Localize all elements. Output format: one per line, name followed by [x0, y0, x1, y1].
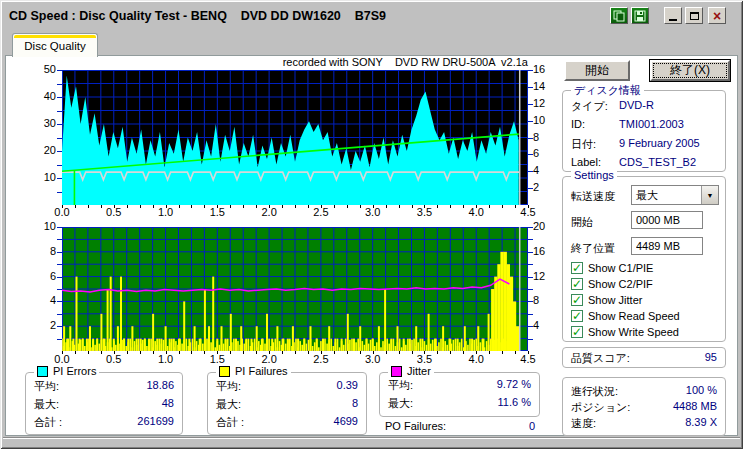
- axis-tick-mark: [57, 239, 62, 240]
- axis-tick-label: 2: [30, 319, 56, 331]
- stat-value: 11.6 %: [498, 396, 531, 412]
- axis-tick-label: 8: [30, 245, 56, 257]
- stat-value: 18.86: [146, 379, 174, 395]
- axis-tick-mark: [489, 205, 490, 208]
- stat-label: 平均:: [388, 378, 413, 394]
- axis-tick-mark: [57, 70, 62, 71]
- axis-tick-label: 8: [533, 294, 557, 306]
- pi-errors-legend-swatch: [37, 366, 48, 377]
- axis-tick-mark: [57, 124, 62, 125]
- minimize-icon: [669, 19, 677, 21]
- axis-tick-mark: [282, 351, 283, 354]
- axis-tick-label: 0.0: [47, 353, 77, 365]
- axis-tick-mark: [528, 70, 533, 71]
- checkbox-show-read-speed[interactable]: ✓: [571, 310, 583, 322]
- checkbox-label: Show Read Speed: [588, 310, 680, 322]
- axis-tick-mark: [528, 264, 533, 265]
- axis-tick-mark: [57, 277, 62, 278]
- tab-disc-quality[interactable]: Disc Quality: [12, 33, 98, 57]
- pi-failures-stats-box: PI Failures 平均:0.39 最大:8 合計 :4699: [207, 372, 367, 435]
- axis-tick-mark: [191, 205, 192, 208]
- quality-score-label: 品質スコア:: [571, 351, 630, 367]
- save-button[interactable]: [631, 7, 649, 24]
- axis-tick-mark: [528, 188, 533, 189]
- close-button[interactable]: ×: [708, 7, 726, 24]
- pi-errors-chart: [62, 70, 528, 205]
- axis-tick-mark: [179, 205, 180, 208]
- minimize-button[interactable]: [664, 7, 682, 24]
- axis-tick-mark: [62, 351, 63, 354]
- axis-tick-mark: [57, 178, 62, 179]
- axis-tick-mark: [269, 205, 270, 208]
- window-title: CD Speed : Disc Quality Test - BENQ DVD …: [3, 9, 386, 23]
- pi-failures-title: PI Failures: [235, 365, 288, 377]
- axis-tick-mark: [489, 351, 490, 354]
- start-button[interactable]: 開始: [564, 60, 630, 81]
- checkbox-show-c2-pif[interactable]: ✓: [571, 278, 583, 290]
- axis-tick-label: 1.5: [202, 353, 232, 365]
- axis-tick-label: 1.0: [151, 353, 181, 365]
- axis-tick-mark: [256, 205, 257, 208]
- speed-combobox[interactable]: 最大 ▼: [631, 185, 719, 205]
- axis-tick-mark: [101, 205, 102, 208]
- save-icon: [634, 10, 646, 22]
- checkbox-label: Show C1/PIE: [588, 262, 653, 274]
- end-pos-field[interactable]: [631, 237, 703, 255]
- check-icon: ✓: [572, 295, 582, 305]
- axis-tick-mark: [476, 351, 477, 354]
- jitter-title: Jitter: [407, 365, 431, 377]
- stat-label: 最大:: [34, 397, 59, 413]
- axis-tick-mark: [373, 351, 374, 354]
- chart-annotation: recorded with SONY DVD RW DRU-500A v2.1a: [200, 56, 528, 68]
- chevron-down-icon[interactable]: ▼: [701, 186, 718, 204]
- tab-label: Disc Quality: [24, 40, 85, 52]
- axis-tick-mark: [386, 205, 387, 208]
- disc-info-value: TMI001.2003: [619, 118, 684, 134]
- axis-tick-mark: [57, 151, 62, 152]
- checkbox-show-c1-pie[interactable]: ✓: [571, 262, 583, 274]
- axis-tick-mark: [528, 326, 533, 327]
- axis-tick-mark: [57, 252, 62, 253]
- checkbox-show-write-speed[interactable]: ✓: [571, 326, 583, 338]
- start-pos-field[interactable]: [631, 211, 703, 229]
- axis-tick-mark: [153, 351, 154, 354]
- axis-tick-mark: [347, 351, 348, 354]
- axis-tick-mark: [528, 121, 533, 122]
- axis-tick-mark: [204, 351, 205, 354]
- axis-tick-mark: [450, 205, 451, 208]
- axis-tick-mark: [57, 301, 62, 302]
- po-failures-row: PO Failures: 0: [385, 420, 535, 436]
- pi-failures-legend-swatch: [219, 366, 230, 377]
- quality-score-box: 品質スコア:95: [562, 347, 726, 368]
- axis-tick-label: 3.0: [358, 353, 388, 365]
- axis-tick-mark: [386, 351, 387, 354]
- axis-tick-mark: [57, 192, 62, 193]
- quality-score-value: 95: [705, 351, 717, 367]
- po-failures-value: 0: [529, 420, 535, 436]
- maximize-icon: [690, 12, 699, 20]
- progress-value: 100 %: [686, 384, 717, 400]
- stat-label: 合計 :: [216, 415, 244, 431]
- stat-value: 0.39: [337, 379, 358, 395]
- axis-tick-mark: [528, 301, 533, 302]
- axis-tick-label: 8: [533, 131, 557, 143]
- check-icon: ✓: [572, 311, 582, 321]
- maximize-button[interactable]: [685, 7, 703, 24]
- axis-tick-label: 20: [30, 144, 56, 156]
- axis-tick-mark: [399, 205, 400, 208]
- speed-label: 転送速度: [571, 189, 615, 204]
- axis-tick-mark: [217, 351, 218, 354]
- axis-tick-mark: [424, 351, 425, 354]
- axis-tick-mark: [334, 351, 335, 354]
- disc-info-box: ディスク情報 タイプ:DVD-R ID:TMI001.2003 日付:9 Feb…: [562, 90, 726, 172]
- copy-button[interactable]: [610, 7, 628, 24]
- pi-errors-title: PI Errors: [53, 365, 96, 377]
- axis-tick-label: 30: [30, 117, 56, 129]
- checkbox-show-jitter[interactable]: ✓: [571, 294, 583, 306]
- axis-tick-mark: [230, 351, 231, 354]
- axis-tick-mark: [88, 205, 89, 208]
- disc-info-label: タイプ:: [571, 99, 619, 115]
- exit-button[interactable]: 終了(X): [650, 60, 730, 81]
- axis-tick-mark: [515, 351, 516, 354]
- axis-tick-mark: [140, 351, 141, 354]
